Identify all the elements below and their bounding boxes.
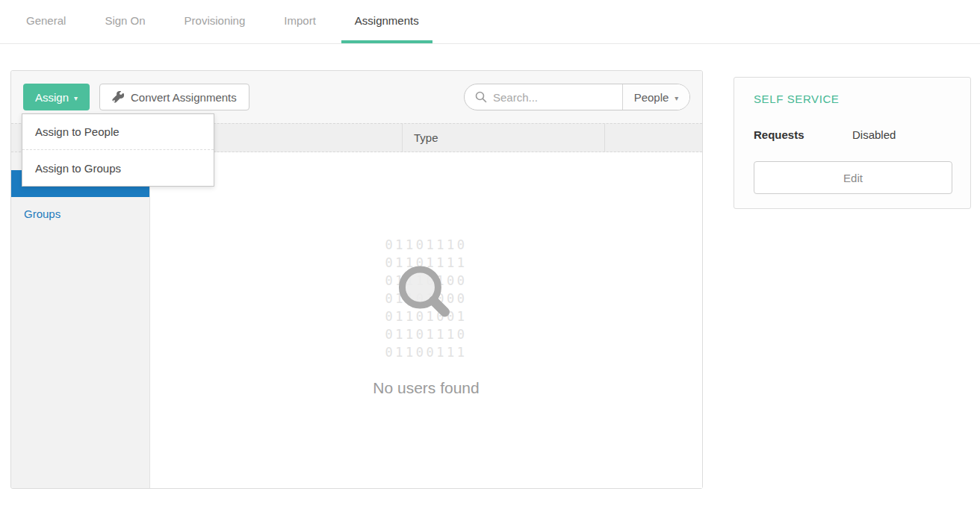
- tab-provisioning[interactable]: Provisioning: [171, 0, 259, 43]
- assignments-sidebar: Groups: [11, 152, 150, 488]
- binary-row: 01101110: [385, 325, 468, 343]
- requests-label: Requests: [754, 128, 852, 141]
- tab-general[interactable]: General: [13, 0, 79, 43]
- chevron-down-icon: ▾: [74, 93, 78, 102]
- assign-button-label: Assign: [35, 91, 69, 104]
- sidebar-item-groups[interactable]: Groups: [11, 197, 149, 220]
- assign-button[interactable]: Assign ▾: [23, 84, 90, 110]
- assignments-body: Groups 01101110 01101111 01110100 011010…: [11, 152, 702, 488]
- wrench-icon: [112, 91, 124, 103]
- tab-import[interactable]: Import: [270, 0, 329, 43]
- binary-row: 01100111: [385, 343, 468, 361]
- chevron-down-icon: ▾: [674, 93, 678, 102]
- search-filter-group: People ▾: [464, 84, 690, 110]
- edit-button[interactable]: Edit: [754, 161, 952, 194]
- column-header-actions: [604, 124, 702, 152]
- tab-sign-on[interactable]: Sign On: [91, 0, 158, 43]
- requests-status: Disabled: [852, 128, 896, 141]
- column-header-type: Type: [402, 124, 604, 152]
- tab-assignments[interactable]: Assignments: [341, 0, 432, 43]
- empty-state: 01101110 01101111 01110100 01101000 0110…: [373, 236, 479, 397]
- search-box: [465, 84, 622, 110]
- search-scope-dropdown[interactable]: People ▾: [622, 84, 689, 110]
- self-service-title: SELF SERVICE: [754, 93, 839, 105]
- assignments-content: 01101110 01101111 01110100 01101000 0110…: [150, 152, 702, 488]
- search-scope-value: People: [634, 91, 669, 104]
- convert-assignments-button[interactable]: Convert Assignments: [99, 84, 249, 110]
- binary-row: 01101110: [385, 236, 468, 254]
- binary-art: 01101110 01101111 01110100 01101000 0110…: [385, 236, 468, 361]
- empty-state-message: No users found: [373, 379, 479, 397]
- requests-row: Requests Disabled: [754, 128, 951, 141]
- menu-item-assign-to-groups[interactable]: Assign to Groups: [22, 150, 214, 186]
- menu-item-assign-to-people[interactable]: Assign to People: [22, 114, 214, 150]
- assign-dropdown-menu: Assign to People Assign to Groups: [22, 113, 214, 187]
- convert-assignments-label: Convert Assignments: [131, 91, 237, 104]
- app-tab-bar: General Sign On Provisioning Import Assi…: [0, 0, 980, 44]
- magnifier-icon: [396, 263, 454, 321]
- search-input[interactable]: [493, 91, 622, 104]
- search-icon: [475, 91, 487, 103]
- self-service-panel: SELF SERVICE Requests Disabled Edit: [734, 77, 971, 209]
